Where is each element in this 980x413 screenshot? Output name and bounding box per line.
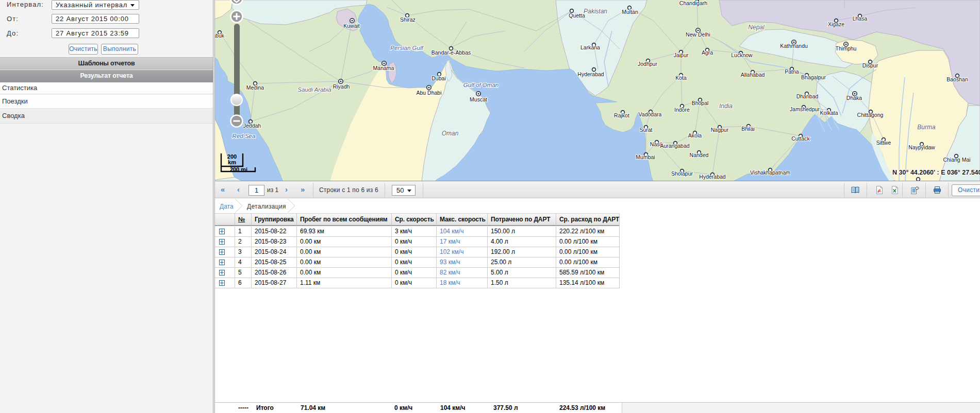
svg-text:Naypyidaw: Naypyidaw: [908, 144, 935, 150]
svg-text:Dhaka: Dhaka: [846, 95, 862, 101]
svg-text:Patna: Patna: [785, 68, 799, 75]
svg-text:Jamshedpur: Jamshedpur: [790, 106, 820, 112]
svg-text:Quetta: Quetta: [569, 12, 585, 19]
svg-text:Dhanbad: Dhanbad: [796, 93, 819, 99]
svg-text:Kathmandu: Kathmandu: [780, 43, 808, 49]
svg-text:Chiang Mai: Chiang Mai: [943, 157, 970, 163]
svg-text:Bhilai: Bhilai: [741, 126, 755, 132]
svg-text:Bandar-e-Abbas: Bandar-e-Abbas: [431, 49, 471, 56]
svg-text:Vishakhapatnam: Vishakhapatnam: [750, 169, 790, 176]
svg-text:200 mi: 200 mi: [230, 166, 247, 173]
svg-text:Chittagong: Chittagong: [857, 112, 884, 118]
svg-text:Lhasa: Lhasa: [853, 15, 868, 22]
svg-text:Kota: Kota: [675, 75, 687, 81]
svg-text:India: India: [719, 102, 733, 110]
svg-text:Multan: Multan: [622, 9, 638, 15]
svg-text:Manama: Manama: [373, 65, 394, 71]
svg-text:Dubai: Dubai: [431, 75, 445, 81]
svg-text:Agra: Agra: [702, 49, 713, 56]
svg-text:Riyadh: Riyadh: [333, 83, 350, 90]
svg-text:Hyderabad: Hyderabad: [699, 174, 726, 180]
svg-text:Burma: Burma: [917, 124, 936, 131]
svg-text:Baoshan: Baoshan: [946, 76, 968, 82]
svg-text:Allahabad: Allahabad: [741, 72, 765, 78]
svg-text:Muscat: Muscat: [470, 96, 487, 102]
svg-text:Rajkot: Rajkot: [614, 112, 629, 118]
svg-text:Pakistan: Pakistan: [584, 8, 607, 15]
svg-text:Kolkata: Kolkata: [820, 110, 838, 116]
svg-text:Persian Gulf: Persian Gulf: [390, 45, 424, 51]
svg-text:Larkana: Larkana: [580, 44, 600, 50]
svg-text:Nanded: Nanded: [690, 152, 709, 158]
svg-text:Thimphu: Thimphu: [836, 45, 857, 51]
svg-text:km: km: [228, 159, 236, 165]
svg-text:New Delhi: New Delhi: [686, 31, 710, 38]
svg-text:Sholapur: Sholapur: [671, 170, 693, 177]
svg-text:Saudi Arabia: Saudi Arabia: [297, 87, 331, 93]
svg-text:Tabuk: Tabuk: [215, 32, 225, 39]
svg-text:Mumbai: Mumbai: [636, 154, 655, 160]
svg-text:Surat: Surat: [639, 127, 652, 133]
svg-text:Aurangabad: Aurangabad: [660, 143, 689, 149]
svg-text:Sittwe: Sittwe: [876, 140, 891, 146]
svg-text:Vadodara: Vadodara: [639, 111, 662, 117]
svg-text:Jeddah: Jeddah: [243, 123, 261, 129]
svg-text:Nepal: Nepal: [748, 24, 765, 31]
svg-text:Shiraz: Shiraz: [400, 16, 416, 23]
svg-text:Bhagalpur: Bhagalpur: [801, 74, 826, 80]
svg-text:Dispur: Dispur: [862, 62, 878, 68]
svg-text:Oman: Oman: [442, 130, 459, 137]
svg-text:Jaipur: Jaipur: [674, 52, 689, 58]
svg-text:Jodhpur: Jodhpur: [638, 61, 657, 67]
svg-text:Akola: Akola: [688, 132, 702, 139]
svg-text:Chandigarh: Chandigarh: [679, 0, 707, 6]
svg-text:Bhopal: Bhopal: [692, 100, 709, 106]
svg-text:Indore: Indore: [674, 107, 690, 113]
svg-text:Hyderabad: Hyderabad: [577, 71, 604, 77]
svg-text:Kuwait: Kuwait: [343, 23, 360, 29]
svg-text:Lucknow: Lucknow: [731, 52, 753, 58]
svg-text:Abu Dhabi: Abu Dhabi: [416, 90, 441, 96]
svg-text:Red Sea: Red Sea: [232, 133, 256, 139]
svg-text:Nagpur: Nagpur: [711, 127, 729, 133]
svg-text:Medina: Medina: [246, 84, 264, 91]
svg-text:Xigaze: Xigaze: [828, 21, 844, 27]
svg-text:Cuttack: Cuttack: [791, 135, 810, 142]
svg-text:N 30° 44.2060' : E 036° 27.540: N 30° 44.2060' : E 036° 27.540: [892, 169, 980, 176]
svg-text:Gulf of Oman: Gulf of Oman: [463, 82, 499, 88]
